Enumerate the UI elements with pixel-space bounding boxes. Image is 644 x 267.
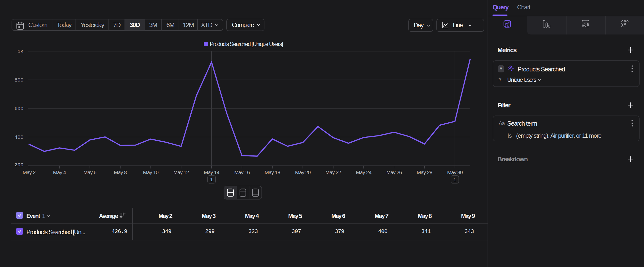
svg-text:May 14: May 14 [204, 169, 220, 175]
svg-text:May 18: May 18 [265, 169, 280, 175]
svg-text:400: 400 [14, 134, 23, 140]
svg-text:May 20: May 20 [295, 169, 310, 175]
svg-text:1K: 1K [18, 49, 24, 55]
svg-text:May 6: May 6 [84, 169, 96, 175]
svg-text:May 26: May 26 [386, 169, 402, 175]
svg-text:May 30: May 30 [447, 169, 463, 175]
svg-text:May 8: May 8 [114, 169, 127, 175]
svg-text:800: 800 [14, 77, 23, 83]
svg-text:May 2: May 2 [23, 169, 36, 175]
svg-text:May 4: May 4 [53, 169, 66, 175]
svg-text:May 16: May 16 [234, 169, 250, 175]
svg-text:200: 200 [14, 162, 23, 168]
svg-text:May 10: May 10 [143, 169, 158, 175]
svg-text:May 24: May 24 [356, 169, 372, 175]
svg-text:May 28: May 28 [417, 169, 432, 175]
svg-text:May 22: May 22 [326, 169, 341, 175]
svg-text:May 12: May 12 [174, 169, 189, 175]
svg-text:600: 600 [14, 106, 23, 112]
